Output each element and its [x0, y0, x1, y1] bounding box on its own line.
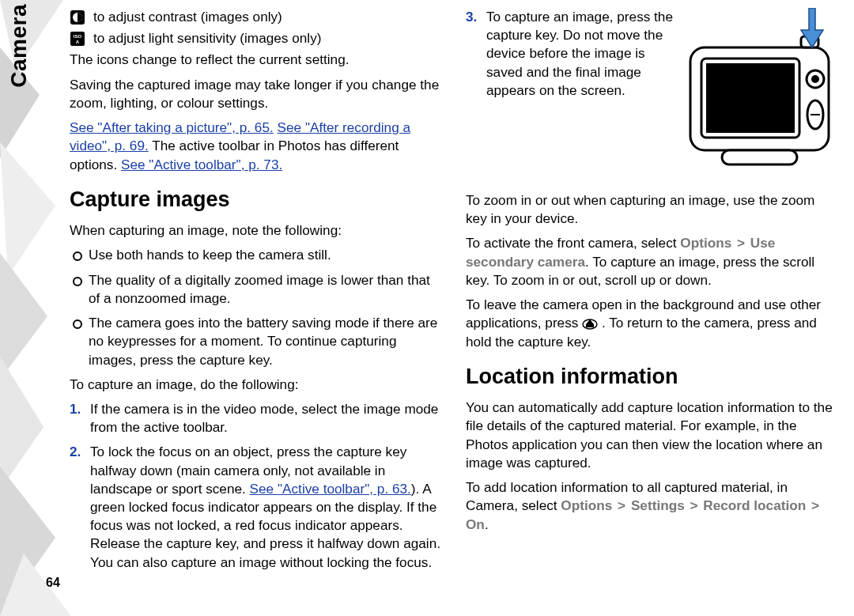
svg-text:A: A — [76, 40, 80, 44]
svg-marker-4 — [0, 356, 43, 490]
page-number: 64 — [46, 576, 60, 590]
list-item: Use both hands to keep the camera still. — [70, 246, 440, 264]
xref-link[interactable]: See "After taking a picture", p. 65. — [70, 119, 274, 135]
heading-location-info: Location information — [466, 362, 837, 391]
body-text-span: To activate the front camera, select — [466, 235, 680, 251]
body-text: Saving the captured image may take longe… — [70, 76, 440, 112]
body-text: To capture an image, do the following: — [70, 376, 440, 394]
body-text-span: . — [485, 516, 489, 532]
icon-line-text: to adjust light sensitivity (images only… — [93, 29, 322, 47]
icon-line-iso: ISOA to adjust light sensitivity (images… — [70, 29, 440, 47]
body-text: To zoom in or out when capturing an imag… — [466, 191, 837, 228]
background-triangles — [0, 0, 79, 616]
numbered-steps: If the camera is in the video mode, sele… — [70, 400, 440, 572]
ui-separator: > — [735, 235, 746, 251]
ui-separator: > — [689, 497, 700, 513]
bullet-list: Use both hands to keep the camera still.… — [70, 246, 440, 368]
device-illustration — [682, 8, 837, 182]
heading-capture-images: Capture images — [70, 185, 440, 214]
body-text: To add location information to all captu… — [466, 478, 837, 534]
xref-link[interactable]: See "Active toolbar", p. 73. — [121, 157, 282, 172]
ui-option-label: Options — [680, 235, 731, 251]
body-text: You can automatically add capture locati… — [466, 399, 837, 472]
xref-link[interactable]: See "Active toolbar", p. 63. — [250, 481, 411, 497]
list-item: The camera goes into the battery saving … — [70, 314, 440, 369]
body-text: To leave the camera open in the backgrou… — [466, 296, 837, 351]
step-number: 3. — [466, 8, 486, 26]
icon-line-contrast: to adjust contrast (images only) — [70, 8, 440, 26]
svg-rect-19 — [722, 150, 797, 164]
contrast-icon — [70, 9, 85, 25]
page-content: to adjust contrast (images only) ISOA to… — [70, 8, 837, 603]
ui-option-label: On — [466, 516, 485, 532]
list-item: To lock the focus on an object, press th… — [70, 443, 440, 572]
body-text: To activate the front camera, select Opt… — [466, 234, 837, 289]
svg-marker-3 — [0, 253, 47, 380]
ui-option-label: Options — [561, 497, 612, 513]
svg-marker-2 — [0, 142, 55, 277]
ui-separator: > — [616, 497, 627, 513]
body-text: The icons change to reflect the current … — [70, 51, 440, 69]
iso-icon: ISOA — [70, 31, 85, 47]
home-key-icon — [582, 316, 598, 330]
list-item: The quality of a digitally zoomed image … — [70, 271, 440, 308]
ui-option-label: Record location — [703, 497, 806, 513]
ui-option-label: Settings — [631, 497, 685, 513]
body-text: When capturing an image, note the follow… — [70, 221, 440, 240]
svg-text:ISO: ISO — [74, 34, 82, 39]
svg-rect-14 — [706, 63, 795, 133]
body-text: See "After taking a picture", p. 65. See… — [70, 119, 440, 174]
ui-separator: > — [810, 497, 821, 513]
section-side-label: Camera — [6, 4, 32, 88]
icon-line-text: to adjust contrast (images only) — [93, 8, 282, 26]
step3-with-figure: 3. To capture an image, press the captur… — [466, 8, 837, 185]
list-item: If the camera is in the video mode, sele… — [70, 400, 440, 436]
svg-point-16 — [811, 75, 819, 83]
